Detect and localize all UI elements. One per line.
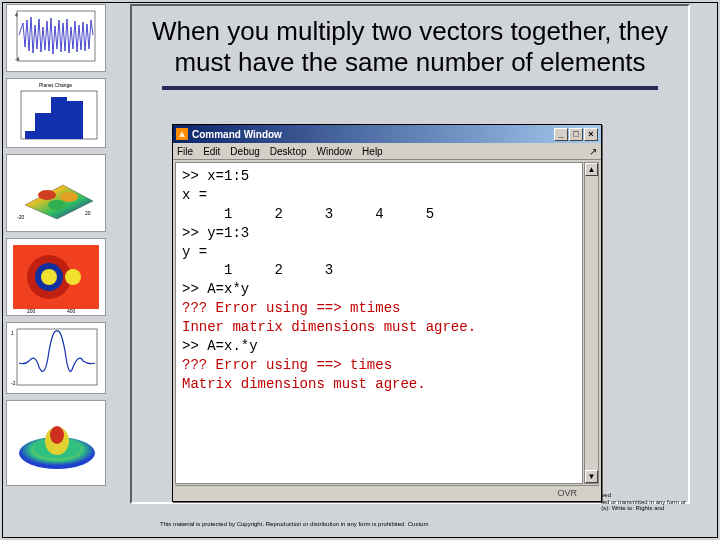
thumb-sinc-plot: 1 -2 [6, 322, 106, 394]
menu-edit[interactable]: Edit [203, 146, 220, 157]
svg-text:-4: -4 [15, 56, 20, 62]
command-window: Command Window _ □ × File Edit Debug Des… [172, 124, 602, 502]
svg-rect-5 [51, 97, 67, 139]
dock-icon[interactable]: ↗ [589, 146, 597, 157]
command-window-title: Command Window [192, 129, 282, 140]
thumb-bar-label: Planet Change [39, 82, 72, 88]
svg-text:1: 1 [11, 330, 14, 336]
command-window-body[interactable]: >> x=1:5x = 1 2 3 4 5>> y=1:3y = 1 2 3>>… [175, 162, 583, 484]
svg-rect-21 [17, 329, 97, 385]
svg-point-10 [60, 192, 78, 202]
svg-text:400: 400 [67, 308, 76, 314]
scroll-down-button[interactable]: ▼ [585, 470, 598, 483]
close-button[interactable]: × [584, 128, 598, 141]
thumb-noise-plot: 4 -4 [6, 4, 106, 72]
svg-text:-20: -20 [17, 214, 24, 220]
svg-point-17 [41, 269, 57, 285]
matlab-icon [176, 128, 188, 140]
svg-text:-2: -2 [11, 380, 16, 386]
window-buttons: _ □ × [554, 128, 598, 141]
command-window-menubar: File Edit Debug Desktop Window Help ↗ [173, 143, 601, 160]
thumb-3d-drop [6, 400, 106, 486]
minimize-button[interactable]: _ [554, 128, 568, 141]
svg-point-9 [38, 190, 56, 200]
thumb-bar-chart: Planet Change [6, 78, 106, 148]
footnote: This material is protected by Copyright.… [160, 521, 660, 528]
slide-title: When you multiply two vectors together, … [132, 6, 688, 86]
thumb-fractal: 200 400 [6, 238, 106, 316]
command-window-statusbar: OVR [175, 485, 599, 499]
svg-rect-4 [35, 113, 51, 139]
scroll-up-button[interactable]: ▲ [585, 163, 598, 176]
menu-desktop[interactable]: Desktop [270, 146, 307, 157]
menu-window[interactable]: Window [317, 146, 353, 157]
menu-file[interactable]: File [177, 146, 193, 157]
svg-point-27 [50, 426, 64, 444]
maximize-button[interactable]: □ [569, 128, 583, 141]
thumb-surface-3d: -20 20 [6, 154, 106, 232]
scrollbar-vertical[interactable]: ▲ ▼ [584, 162, 599, 484]
svg-point-11 [48, 200, 66, 210]
menu-help[interactable]: Help [362, 146, 383, 157]
svg-rect-6 [67, 101, 83, 139]
menu-debug[interactable]: Debug [230, 146, 259, 157]
svg-rect-7 [25, 131, 35, 139]
svg-point-18 [65, 269, 81, 285]
thumbnail-strip: 4 -4 Planet Change [6, 4, 111, 534]
svg-text:20: 20 [85, 210, 91, 216]
right-footnote: ved ied or transmitted in any form or (s… [601, 492, 686, 512]
status-ovr: OVR [557, 488, 577, 498]
command-window-titlebar[interactable]: Command Window _ □ × [173, 125, 601, 143]
main-panel: When you multiply two vectors together, … [130, 4, 690, 504]
svg-text:4: 4 [15, 12, 18, 18]
svg-text:200: 200 [27, 308, 36, 314]
title-underline [162, 86, 658, 90]
